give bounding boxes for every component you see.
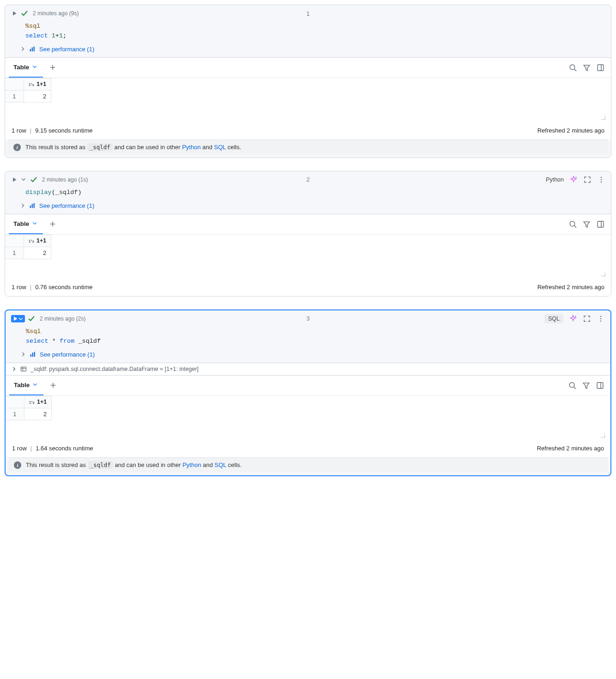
python-link[interactable]: Python	[182, 461, 201, 468]
search-icon[interactable]	[568, 220, 577, 228]
column-header[interactable]: 1²₃ 1+1	[24, 235, 51, 247]
code-editor[interactable]: %sqlselect 1+1;	[5, 20, 611, 45]
row-count: 1 row	[12, 284, 26, 291]
svg-point-17	[600, 320, 602, 321]
bar-chart-icon	[29, 46, 36, 52]
svg-rect-9	[30, 206, 31, 208]
performance-link[interactable]: See performance (1)	[6, 350, 610, 363]
refreshed-text: Refreshed 2 minutes ago	[537, 127, 604, 134]
table-row[interactable]: 12	[5, 247, 51, 259]
cell-value: 2	[24, 90, 51, 102]
svg-rect-13	[598, 221, 604, 227]
tab-table[interactable]: Table	[9, 214, 43, 234]
svg-rect-4	[598, 65, 604, 71]
runtime-text: 0.76 seconds runtime	[35, 284, 92, 291]
python-link[interactable]: Python	[182, 144, 200, 151]
cell-timestamp: 2 minutes ago (1s)	[42, 176, 88, 183]
resize-handle[interactable]	[599, 432, 606, 438]
tab-label: Table	[13, 64, 29, 71]
result-tabs: Table	[5, 58, 611, 78]
filter-icon[interactable]	[582, 381, 590, 389]
row-index: 1	[6, 408, 24, 420]
panel-icon[interactable]	[596, 63, 604, 72]
add-tab-button[interactable]	[48, 220, 57, 228]
sql-link[interactable]: SQL	[214, 144, 226, 151]
svg-point-3	[570, 65, 575, 70]
more-menu-icon[interactable]	[597, 315, 605, 323]
more-menu-icon[interactable]	[597, 176, 605, 184]
table-row[interactable]: 12	[6, 408, 52, 420]
svg-rect-2	[34, 47, 35, 52]
column-header[interactable]: 1²₃ 1+1	[24, 78, 51, 90]
performance-link[interactable]: See performance (1)	[5, 201, 611, 214]
chevron-right-icon	[20, 203, 25, 208]
svg-rect-25	[597, 382, 603, 388]
resize-handle[interactable]	[600, 271, 606, 277]
column-header[interactable]: 1²₃ 1+1	[24, 396, 52, 408]
add-tab-button[interactable]	[49, 381, 57, 389]
result-footer: 1 row|9.15 seconds runtimeRefreshed 2 mi…	[5, 123, 611, 139]
result-table: 1²₃ 1+1 12	[6, 396, 52, 420]
runtime-text: 1.64 seconds runtime	[36, 445, 93, 452]
tab-table[interactable]: Table	[9, 58, 43, 78]
bar-chart-icon	[30, 351, 36, 358]
schema-text: _sqldf: pyspark.sql.connect.dataframe.Da…	[30, 366, 199, 372]
svg-point-6	[601, 177, 602, 178]
svg-point-24	[569, 382, 574, 388]
svg-point-7	[601, 179, 602, 181]
schema-row[interactable]: _sqldf: pyspark.sql.connect.dataframe.Da…	[6, 363, 610, 375]
search-icon[interactable]	[568, 381, 576, 389]
cell-timestamp: 2 minutes ago (9s)	[33, 10, 79, 17]
row-header-blank	[5, 78, 24, 90]
run-button[interactable]	[11, 10, 18, 17]
performance-link[interactable]: See performance (1)	[5, 45, 611, 57]
notebook-cell: 2 minutes ago (1s)2Pythondisplay(_sqldf)…	[5, 171, 611, 297]
filter-icon[interactable]	[582, 220, 591, 228]
table-row[interactable]: 12	[5, 90, 51, 102]
hint-bar: iThis result is stored as _sqldf and can…	[8, 139, 608, 155]
svg-rect-20	[34, 352, 35, 357]
performance-label: See performance (1)	[39, 46, 94, 53]
cell-number: 1	[306, 10, 309, 17]
runtime-text: 9.15 seconds runtime	[35, 127, 92, 134]
svg-rect-10	[32, 204, 33, 208]
run-button[interactable]	[11, 176, 18, 183]
svg-rect-19	[32, 353, 33, 357]
tab-label: Table	[14, 382, 30, 388]
tab-label: Table	[13, 220, 29, 227]
sql-link[interactable]: SQL	[215, 461, 227, 468]
cell-header: 2 minutes ago (1s)2Python	[5, 171, 611, 186]
panel-icon[interactable]	[596, 381, 604, 389]
run-button[interactable]	[11, 315, 25, 322]
cell-header: 2 minutes ago (2s)3SQL	[6, 310, 610, 325]
result-footer: 1 row|0.76 seconds runtimeRefreshed 2 mi…	[5, 280, 611, 296]
search-icon[interactable]	[568, 63, 577, 72]
language-badge[interactable]: SQL	[544, 314, 563, 323]
expand-icon[interactable]	[583, 315, 591, 323]
assistant-spark-icon[interactable]	[569, 176, 578, 184]
table-wrap: 1²₃ 1+1 12	[5, 235, 611, 280]
resize-handle[interactable]	[600, 114, 606, 121]
info-icon: i	[13, 144, 21, 151]
svg-rect-11	[34, 203, 35, 208]
success-check-icon	[30, 176, 37, 183]
assistant-spark-icon[interactable]	[569, 315, 577, 323]
chevron-right-icon	[11, 366, 17, 372]
filter-icon[interactable]	[582, 63, 591, 72]
code-editor[interactable]: %sqlselect * from _sqldf	[6, 325, 610, 350]
code-editor[interactable]: display(_sqldf)	[5, 186, 611, 201]
cell-number: 3	[306, 315, 309, 322]
panel-icon[interactable]	[596, 220, 604, 228]
row-count: 1 row	[12, 127, 26, 134]
svg-rect-21	[21, 367, 26, 371]
language-badge[interactable]: Python	[546, 176, 564, 183]
tab-table[interactable]: Table	[9, 376, 43, 395]
expand-icon[interactable]	[583, 176, 592, 184]
svg-rect-0	[30, 49, 31, 51]
add-tab-button[interactable]	[48, 63, 57, 72]
svg-rect-18	[30, 354, 31, 357]
result-table: 1²₃ 1+1 12	[5, 78, 51, 103]
result-tabs: Table	[6, 376, 610, 396]
run-menu-chevron[interactable]	[21, 176, 27, 183]
hint-bar: iThis result is stored as _sqldf and can…	[8, 457, 608, 473]
